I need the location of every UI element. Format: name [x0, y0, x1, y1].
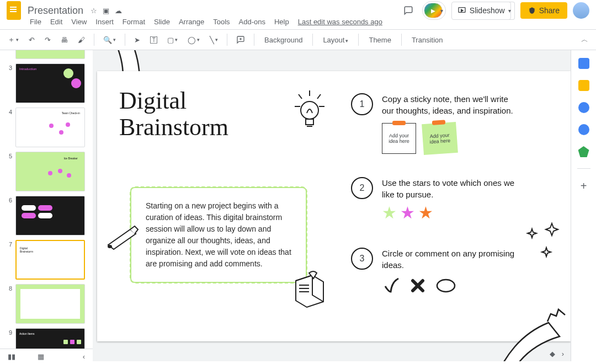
hide-sidepanel-icon[interactable]: › [560, 349, 566, 359]
menu-view[interactable]: View [71, 18, 87, 26]
explore-icon[interactable]: ◆ [547, 349, 557, 359]
step-3-circle: 3 [351, 248, 373, 270]
step-2-text[interactable]: Use the stars to vote which ones we like… [382, 177, 520, 200]
filmstrip-footer: ▮▮ ▦ ‹ [0, 349, 93, 364]
thumb-number: 6 [6, 196, 12, 235]
step-1-text[interactable]: Copy a sticky note, then we'll write our… [382, 93, 520, 116]
select-tool-icon[interactable]: ➤ [132, 35, 142, 45]
step-3-text[interactable]: Circle or comment on any promising ideas… [382, 248, 520, 271]
textbox-icon[interactable]: 🅃 [148, 35, 159, 45]
intro-textbox[interactable]: Starting on a new project begins with a … [130, 187, 307, 283]
thumb-slide-6[interactable] [15, 196, 85, 235]
shape-icon[interactable]: ◯ [185, 35, 202, 45]
pen-icon [105, 223, 144, 250]
thumb-slide-3[interactable]: Introduction [15, 63, 85, 103]
zoom-icon[interactable]: 🔍 [101, 35, 118, 45]
thumb-number: 7 [6, 240, 12, 280]
slides-logo-icon[interactable] [7, 1, 21, 20]
thumb-slide-4[interactable]: Team Check-in [15, 108, 85, 147]
comment-icon[interactable] [234, 34, 247, 45]
transition-button[interactable]: Transition [408, 36, 446, 44]
side-panel: + [571, 50, 596, 361]
maps-icon[interactable] [578, 146, 589, 157]
new-slide-button[interactable]: ＋ [6, 34, 21, 46]
menu-insert[interactable]: Insert [95, 18, 114, 26]
share-label: Share [539, 6, 560, 15]
thumb-number: 8 [6, 284, 12, 324]
menu-help[interactable]: Help [274, 18, 289, 26]
collapse-toolbar-icon[interactable]: ︿ [579, 34, 590, 46]
menu-arrange[interactable]: Arrange [179, 18, 204, 26]
star-orange-icon[interactable]: ★ [418, 205, 433, 221]
redo-icon[interactable]: ↷ [42, 35, 53, 45]
slideshow-dropdown[interactable]: ▾ [505, 2, 515, 20]
thumb-slide-5[interactable]: Ice Breaker [15, 152, 85, 191]
slide-canvas[interactable]: Digital Brainstorm Starting on a new pro… [93, 50, 571, 361]
sparkles-icon [524, 220, 563, 264]
menu-addons[interactable]: Add-ons [239, 18, 265, 26]
star-icon[interactable]: ☆ [89, 6, 99, 15]
image-icon[interactable]: ▢ [165, 35, 180, 45]
star-green-icon[interactable]: ★ [382, 205, 397, 221]
theme-button[interactable]: Theme [365, 36, 394, 44]
keep-icon[interactable] [578, 80, 589, 91]
thumb-number: 4 [6, 108, 12, 147]
layout-button[interactable]: Layout [320, 36, 352, 44]
circle-doodle-icon [435, 276, 457, 295]
undo-icon[interactable]: ↶ [26, 35, 37, 45]
sticky-white[interactable]: Add your idea here [382, 123, 416, 154]
filmstrip-view-icon[interactable]: ▮▮ [8, 352, 15, 361]
thumb-number: 3 [6, 63, 12, 103]
addons-plus-icon[interactable]: + [581, 180, 587, 192]
account-avatar[interactable] [573, 2, 589, 19]
thumb-slide-7[interactable]: Digital Brainstorm [15, 240, 85, 280]
filmstrip[interactable]: 3 Introduction 4 Team Check-in 5 Ice Bre… [0, 50, 93, 361]
svg-point-1 [108, 245, 111, 248]
thumb-slide-8[interactable] [15, 284, 85, 324]
move-icon[interactable]: ▣ [101, 6, 111, 15]
paint-format-icon[interactable]: 🖌 [76, 35, 87, 45]
calendar-icon[interactable] [578, 58, 589, 69]
grid-view-icon[interactable]: ▦ [38, 352, 44, 361]
menu-edit[interactable]: Edit [50, 18, 62, 26]
toolbar: ＋ ↶ ↷ 🖶 🖌 🔍 ➤ 🅃 ▢ ◯ ╲ Background Layout … [0, 29, 596, 50]
book-icon [290, 270, 329, 308]
menu-slide[interactable]: Slide [154, 18, 170, 26]
background-button[interactable]: Background [261, 36, 306, 44]
tasks-icon[interactable] [578, 102, 589, 113]
star-pink-icon[interactable]: ★ [400, 205, 415, 221]
cloud-status-icon[interactable]: ☁ [113, 6, 123, 15]
contacts-icon[interactable] [578, 124, 589, 135]
cross-doodle-icon [408, 276, 427, 295]
slideshow-label: Slideshow [470, 6, 505, 15]
thumb-partial[interactable] [15, 50, 85, 59]
menu-file[interactable]: File [30, 18, 41, 26]
chevron-left-icon[interactable]: ‹ [83, 352, 85, 361]
line-icon[interactable]: ╲ [207, 35, 220, 45]
meet-dropdown-icon[interactable]: ▾ [440, 8, 443, 14]
menu-tools[interactable]: Tools [213, 18, 230, 26]
sticky-green[interactable]: Add your idea here [422, 122, 458, 155]
lightbulb-icon [290, 88, 329, 137]
menu-format[interactable]: Format [123, 18, 145, 26]
step-2-circle: 2 [351, 177, 373, 199]
print-icon[interactable]: 🖶 [58, 35, 70, 45]
last-edit-link[interactable]: Last edit was seconds ago [298, 18, 382, 26]
slideshow-button[interactable]: Slideshow [451, 2, 511, 20]
step-1-circle: 1 [351, 93, 373, 115]
svg-point-2 [437, 280, 455, 292]
checkmark-doodle-icon [382, 276, 401, 295]
thumb-number: 5 [6, 152, 12, 191]
comments-history-icon[interactable] [400, 2, 417, 19]
meet-icon[interactable]: ▶ [424, 3, 443, 18]
share-button[interactable]: Share [520, 2, 567, 19]
doc-title[interactable]: Presentation [28, 5, 83, 17]
vote-stars[interactable]: ★ ★ ★ [382, 205, 520, 221]
